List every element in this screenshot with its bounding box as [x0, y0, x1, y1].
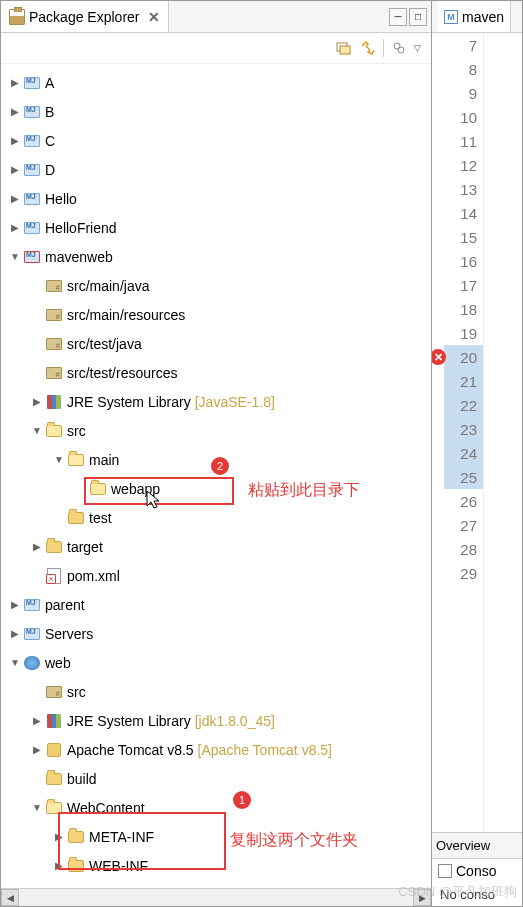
line-number[interactable]: 20✕	[444, 345, 483, 369]
view-menu-icon[interactable]: ▽	[414, 43, 421, 53]
tree-item-label: parent	[45, 597, 85, 613]
tree-item-label: Servers	[45, 626, 93, 642]
line-number[interactable]: 19	[444, 321, 483, 345]
expand-arrow-icon[interactable]: ▶	[29, 744, 45, 755]
horizontal-scrollbar[interactable]: ◀ ▶	[1, 888, 431, 906]
collapse-all-icon[interactable]	[335, 39, 353, 57]
overview-tab[interactable]: Overview	[436, 838, 490, 853]
tree-item-a[interactable]: ▶A	[1, 68, 431, 97]
src-folder-icon	[45, 307, 63, 323]
package-explorer-tab[interactable]: Package Explorer ✕	[1, 1, 169, 32]
tree-item-label: mavenweb	[45, 249, 113, 265]
line-number[interactable]: 24	[444, 441, 483, 465]
tab-bar: Package Explorer ✕ ─ □	[1, 1, 431, 33]
line-number[interactable]: 22	[444, 393, 483, 417]
line-number[interactable]: 9	[444, 81, 483, 105]
tree-item-src[interactable]: ▼src	[1, 416, 431, 445]
tree-item-target[interactable]: ▶target	[1, 532, 431, 561]
line-number[interactable]: 25	[444, 465, 483, 489]
tree-item-label: B	[45, 104, 54, 120]
close-icon[interactable]: ✕	[148, 9, 160, 25]
tree-item-apache tomcat v8-5[interactable]: ▶Apache Tomcat v8.5[Apache Tomcat v8.5]	[1, 735, 431, 764]
line-number[interactable]: 12	[444, 153, 483, 177]
expand-arrow-icon[interactable]: ▶	[7, 222, 23, 233]
tree-item-hello[interactable]: ▶Hello	[1, 184, 431, 213]
src-folder-icon	[45, 278, 63, 294]
tree-item-webapp[interactable]: ▶webapp	[1, 474, 431, 503]
expand-arrow-icon[interactable]: ▶	[29, 396, 45, 407]
line-number[interactable]: 27	[444, 513, 483, 537]
tree-item-src-main-resources[interactable]: ▶src/main/resources	[1, 300, 431, 329]
error-marker-icon[interactable]: ✕	[432, 349, 446, 365]
tree-item-src[interactable]: ▶src	[1, 677, 431, 706]
tree-item-jre system library[interactable]: ▶JRE System Library[JavaSE-1.8]	[1, 387, 431, 416]
tree-item-main[interactable]: ▼main	[1, 445, 431, 474]
line-number[interactable]: 28	[444, 537, 483, 561]
expand-arrow-icon[interactable]: ▶	[7, 164, 23, 175]
expand-arrow-icon[interactable]: ▶	[51, 860, 67, 871]
tree-item-meta-inf[interactable]: ▶META-INF	[1, 822, 431, 851]
tree-item-pom-xml[interactable]: ▶pom.xml	[1, 561, 431, 590]
focus-icon[interactable]	[390, 39, 408, 57]
minimize-button[interactable]: ─	[389, 8, 407, 26]
folder-open-icon	[45, 423, 63, 439]
tree-item-build[interactable]: ▶build	[1, 764, 431, 793]
line-number[interactable]: 29	[444, 561, 483, 585]
line-number[interactable]: 18	[444, 297, 483, 321]
project-tree[interactable]: ▶A▶B▶C▶D▶Hello▶HelloFriend▼mavenweb▶src/…	[1, 64, 431, 888]
link-editor-icon[interactable]	[359, 39, 377, 57]
xml-icon	[45, 568, 63, 584]
line-number[interactable]: 26	[444, 489, 483, 513]
package-explorer-panel: Package Explorer ✕ ─ □ ▽ ▶A▶B▶C▶D▶Hello▶…	[0, 0, 432, 907]
console-tab[interactable]: Conso	[432, 859, 522, 883]
editor-tab[interactable]: M maven	[438, 1, 511, 32]
expand-arrow-icon[interactable]: ▶	[51, 831, 67, 842]
watermark: CSDN @平凡加班狗	[398, 883, 517, 901]
tree-item-src-test-java[interactable]: ▶src/test/java	[1, 329, 431, 358]
tree-item-hellofriend[interactable]: ▶HelloFriend	[1, 213, 431, 242]
line-number[interactable]: 14	[444, 201, 483, 225]
line-number[interactable]: 21	[444, 369, 483, 393]
expand-arrow-icon[interactable]: ▶	[7, 135, 23, 146]
line-number[interactable]: 15	[444, 225, 483, 249]
line-number[interactable]: 13	[444, 177, 483, 201]
expand-arrow-icon[interactable]: ▼	[29, 425, 45, 436]
tree-item-c[interactable]: ▶C	[1, 126, 431, 155]
expand-arrow-icon[interactable]: ▶	[7, 106, 23, 117]
tab-title: Package Explorer	[29, 9, 140, 25]
expand-arrow-icon[interactable]: ▼	[51, 454, 67, 465]
expand-arrow-icon[interactable]: ▶	[29, 541, 45, 552]
line-number[interactable]: 10	[444, 105, 483, 129]
expand-arrow-icon[interactable]: ▼	[7, 657, 23, 668]
expand-arrow-icon[interactable]: ▶	[7, 193, 23, 204]
tree-item-jre system library[interactable]: ▶JRE System Library[jdk1.8.0_45]	[1, 706, 431, 735]
line-number[interactable]: 23	[444, 417, 483, 441]
maximize-button[interactable]: □	[409, 8, 427, 26]
line-number[interactable]: 17	[444, 273, 483, 297]
tree-item-src-main-java[interactable]: ▶src/main/java	[1, 271, 431, 300]
expand-arrow-icon[interactable]: ▶	[7, 628, 23, 639]
line-number[interactable]: 7	[444, 33, 483, 57]
scroll-left-button[interactable]: ◀	[1, 889, 19, 906]
tree-item-web[interactable]: ▼web	[1, 648, 431, 677]
tree-item-web-inf[interactable]: ▶WEB-INF	[1, 851, 431, 880]
line-number[interactable]: 11	[444, 129, 483, 153]
expand-arrow-icon[interactable]: ▶	[29, 715, 45, 726]
expand-arrow-icon[interactable]: ▼	[7, 251, 23, 262]
line-number[interactable]: 8	[444, 57, 483, 81]
tree-item-label: web	[45, 655, 71, 671]
tree-item-b[interactable]: ▶B	[1, 97, 431, 126]
tree-item-test[interactable]: ▶test	[1, 503, 431, 532]
tree-item-parent[interactable]: ▶parent	[1, 590, 431, 619]
line-number[interactable]: 16	[444, 249, 483, 273]
tree-item-mavenweb[interactable]: ▼mavenweb	[1, 242, 431, 271]
expand-arrow-icon[interactable]: ▶	[7, 599, 23, 610]
line-number-gutter[interactable]: 7891011121314151617181920✕21222324252627…	[444, 33, 484, 832]
tree-item-src-test-resources[interactable]: ▶src/test/resources	[1, 358, 431, 387]
folder-icon	[67, 829, 85, 845]
tree-item-servers[interactable]: ▶Servers	[1, 619, 431, 648]
expand-arrow-icon[interactable]: ▶	[7, 77, 23, 88]
tree-item-d[interactable]: ▶D	[1, 155, 431, 184]
tree-item-webcontent[interactable]: ▼WebContent	[1, 793, 431, 822]
expand-arrow-icon[interactable]: ▼	[29, 802, 45, 813]
